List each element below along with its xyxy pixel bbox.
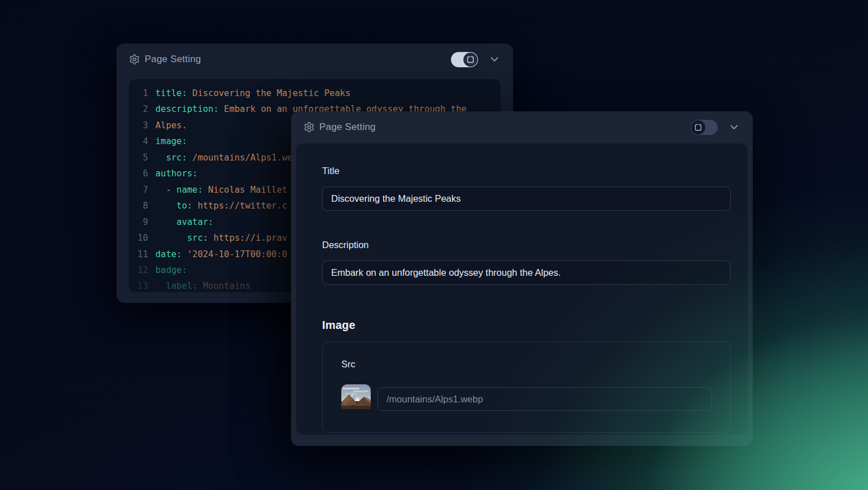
chevron-down-icon[interactable] bbox=[488, 53, 501, 66]
code-toggle-icon bbox=[466, 55, 475, 64]
yaml-toggle-front[interactable] bbox=[691, 120, 718, 135]
code-line: badge: bbox=[155, 262, 187, 278]
line-number: 4 bbox=[133, 133, 148, 149]
line-number: 1 bbox=[133, 85, 148, 101]
code-line: avatar: bbox=[155, 214, 214, 230]
gear-icon bbox=[129, 54, 140, 65]
code-row: 1title: Discovering the Majestic Peaks bbox=[133, 85, 501, 101]
line-number: 10 bbox=[133, 230, 148, 246]
mountain-photo-thumbnail[interactable] bbox=[341, 384, 371, 414]
description-label: Description bbox=[322, 240, 369, 250]
code-line: image: bbox=[155, 133, 187, 149]
line-number: 8 bbox=[133, 198, 148, 214]
line-number: 11 bbox=[133, 246, 148, 262]
title-input[interactable] bbox=[322, 187, 731, 211]
line-number: 2 bbox=[133, 101, 148, 117]
gear-icon bbox=[303, 122, 315, 133]
code-line: to: https://twitter.c bbox=[155, 198, 287, 214]
title-label: Title bbox=[322, 166, 340, 176]
code-line: label: Mountains bbox=[155, 278, 250, 292]
line-number: 6 bbox=[133, 166, 148, 181]
code-line: date: '2024-10-17T00:00:0 bbox=[155, 246, 287, 262]
code-line: src: https://i.prav bbox=[155, 230, 287, 246]
panel-title: Page Setting bbox=[145, 54, 201, 65]
toggle-knob bbox=[463, 53, 478, 67]
panel-title: Page Setting bbox=[319, 122, 376, 133]
code-line: Alpes. bbox=[155, 118, 187, 133]
code-line: src: /mountains/Alps1.webp bbox=[155, 150, 303, 166]
page-setting-form: Title Description Image Src bbox=[296, 144, 748, 435]
page-setting-form-panel: Page Setting Title Description bbox=[291, 111, 753, 446]
line-number: 12 bbox=[133, 262, 148, 278]
line-number: 3 bbox=[133, 118, 148, 133]
code-line: - name: Nicolas Maillet bbox=[155, 182, 287, 198]
chevron-down-icon[interactable] bbox=[728, 121, 740, 133]
description-input[interactable] bbox=[322, 261, 731, 285]
image-field-group: Src bbox=[322, 341, 731, 433]
image-src-input[interactable] bbox=[377, 387, 712, 411]
code-toggle-icon bbox=[694, 123, 702, 132]
line-number: 9 bbox=[133, 214, 148, 230]
line-number: 13 bbox=[133, 278, 148, 292]
page-background: Page Setting 1title: Discovering the Maj… bbox=[0, 0, 868, 490]
code-line: authors: bbox=[155, 166, 198, 181]
editor-panel-header: Page Setting bbox=[116, 44, 513, 75]
mountain-photo bbox=[341, 384, 371, 414]
yaml-toggle-back[interactable] bbox=[451, 52, 478, 67]
line-number: 5 bbox=[133, 150, 148, 166]
image-section-heading: Image bbox=[322, 319, 355, 332]
toggle-knob bbox=[691, 120, 705, 135]
line-number: 7 bbox=[133, 182, 148, 198]
code-line: title: Discovering the Majestic Peaks bbox=[155, 85, 350, 101]
form-panel-header: Page Setting bbox=[291, 111, 753, 143]
src-label: Src bbox=[341, 359, 355, 370]
